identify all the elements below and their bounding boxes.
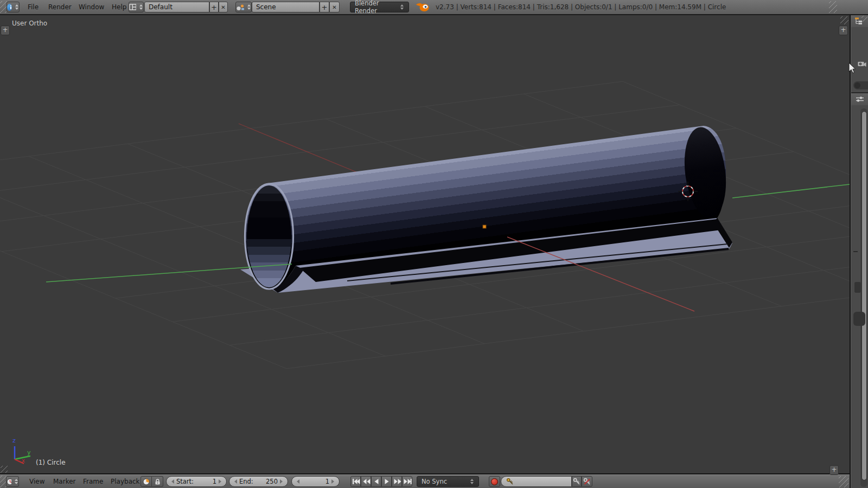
- end-value: 250: [253, 478, 278, 485]
- lock-time-toggle[interactable]: [152, 476, 163, 487]
- screen-layout-field[interactable]: Default: [144, 2, 209, 12]
- viewport-3d-scene: [0, 15, 850, 473]
- gizmo-z-label: z: [12, 437, 16, 444]
- panel-fragment: [854, 282, 861, 293]
- close-layout-button[interactable]: ✕: [219, 2, 228, 12]
- timeline-editor-type-button[interactable]: [6, 476, 19, 487]
- frame-start-field[interactable]: Start: 1: [166, 476, 227, 487]
- viewport-3d[interactable]: User Ortho (1) Circle z y x + + +: [0, 15, 850, 473]
- timeline-toggle-group: [141, 476, 163, 487]
- view-name-label: User Ortho: [12, 20, 47, 27]
- scene-spinner-icon: [246, 4, 251, 10]
- timeline-editor-spinner-icon: [14, 479, 18, 484]
- properties-header[interactable]: [851, 93, 868, 105]
- timeline-header: View Marker Frame Playback Start: 1 End:…: [0, 474, 850, 488]
- scroll-knob: [854, 82, 860, 88]
- properties-shelf-expand-button[interactable]: +: [839, 25, 848, 35]
- playback-controls: [350, 476, 412, 487]
- start-label: Start:: [176, 478, 194, 485]
- jump-to-end-button[interactable]: [402, 476, 412, 487]
- info-editor-icon: [7, 4, 12, 11]
- engine-spinner-icon: [399, 4, 404, 10]
- delete-keyframe-button[interactable]: [582, 476, 592, 487]
- increment-arrow-icon[interactable]: [280, 479, 283, 484]
- keying-set-key-icon: [506, 478, 514, 485]
- key-icon: [573, 478, 580, 485]
- jump-to-start-button[interactable]: [350, 476, 361, 487]
- scene-statistics: v2.73 | Verts:814 | Faces:814 | Tris:1,6…: [433, 0, 729, 14]
- viewport-bottomleft-grip[interactable]: [1, 466, 8, 473]
- render-engine-dropdown[interactable]: Blender Render: [350, 2, 409, 12]
- auto-keyframe-record-button[interactable]: [489, 476, 500, 487]
- properties-scroll-thumb[interactable]: [861, 111, 867, 480]
- start-value: 1: [194, 478, 216, 485]
- close-scene-button[interactable]: ✕: [329, 2, 340, 12]
- end-label: End:: [239, 478, 253, 485]
- play-button[interactable]: [381, 476, 392, 487]
- sync-mode-dropdown[interactable]: No Sync: [417, 476, 479, 487]
- menu-help[interactable]: Help: [109, 0, 129, 14]
- increment-arrow-icon[interactable]: [331, 479, 334, 484]
- object-origin-dot: [483, 225, 486, 228]
- sync-mode-value: No Sync: [422, 478, 467, 485]
- decrement-arrow-icon[interactable]: [297, 479, 299, 484]
- panel-fragment: [853, 312, 865, 326]
- decrement-arrow-icon[interactable]: [171, 479, 174, 484]
- menu-playback[interactable]: Playback: [108, 475, 143, 488]
- frame-end-field[interactable]: End: 250: [229, 476, 288, 487]
- mouse-cursor: [848, 62, 857, 74]
- info-header: File Render Window Help Default + ✕ Scen…: [0, 0, 868, 15]
- lock-icon: [155, 478, 161, 485]
- bottom-expand-button[interactable]: +: [829, 465, 839, 475]
- outliner-hscroll[interactable]: [853, 81, 868, 89]
- time-clock-icon: [7, 478, 11, 485]
- prev-keyframe-button[interactable]: [361, 476, 371, 487]
- menu-render[interactable]: Render: [46, 0, 74, 14]
- scene-field[interactable]: Scene: [252, 2, 320, 12]
- keying-set-field[interactable]: [501, 476, 572, 487]
- menu-file[interactable]: File: [25, 0, 41, 14]
- screen-layout-button[interactable]: [129, 2, 144, 12]
- header-right-grip[interactable]: [829, 1, 837, 13]
- right-panel-strip: [851, 15, 868, 488]
- record-icon: [491, 478, 498, 485]
- scene-browse-button[interactable]: [235, 2, 252, 12]
- outliner-grip[interactable]: [861, 16, 867, 22]
- gizmo-y-label: y: [27, 449, 31, 456]
- play-reverse-button[interactable]: [371, 476, 381, 487]
- insert-keyframe-button[interactable]: [572, 476, 582, 487]
- menu-window[interactable]: Window: [76, 0, 107, 14]
- add-layout-button[interactable]: +: [209, 2, 219, 12]
- layout-spinner-icon: [138, 4, 143, 10]
- editor-type-button[interactable]: [7, 2, 20, 12]
- gizmo-x-label: x: [22, 458, 25, 464]
- screen-layout-icon: [129, 4, 136, 10]
- timeline-right-grip[interactable]: [839, 476, 848, 487]
- properties-icon: [855, 96, 865, 102]
- scene-icon: [236, 4, 244, 11]
- increment-arrow-icon[interactable]: [219, 479, 221, 484]
- decrement-arrow-icon[interactable]: [234, 479, 237, 484]
- playback-range-toggle[interactable]: [141, 476, 152, 487]
- time-pie-icon: [143, 478, 150, 485]
- render-restrict-camera-icon[interactable]: [858, 61, 866, 67]
- menu-marker[interactable]: Marker: [50, 475, 78, 488]
- blender-logo: [416, 1, 430, 13]
- menu-frame[interactable]: Frame: [80, 475, 106, 488]
- current-frame-field[interactable]: 1: [291, 476, 340, 487]
- add-scene-button[interactable]: +: [320, 2, 329, 12]
- viewport-corner-grip[interactable]: [840, 16, 848, 24]
- editor-type-spinner-icon: [14, 4, 19, 10]
- scene-value: Scene: [256, 3, 276, 11]
- render-engine-value: Blender Render: [355, 0, 397, 15]
- toolshelf-expand-button[interactable]: +: [1, 25, 10, 35]
- panel-minus-mark: [853, 251, 858, 252]
- next-keyframe-button[interactable]: [392, 476, 402, 487]
- menu-view[interactable]: View: [27, 475, 47, 488]
- sync-spinner-icon: [469, 479, 474, 484]
- active-object-info: (1) Circle: [36, 459, 66, 466]
- screen-layout-value: Default: [149, 3, 173, 11]
- current-frame-value: 1: [302, 478, 329, 485]
- key-delete-icon: [583, 478, 591, 485]
